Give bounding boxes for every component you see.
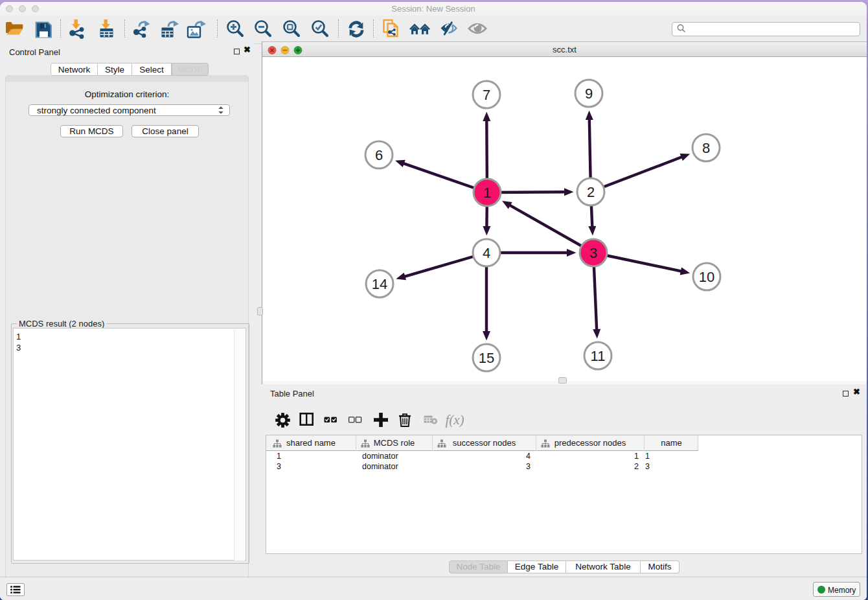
- svg-text:8: 8: [702, 140, 710, 156]
- svg-text:4: 4: [483, 245, 490, 261]
- svg-text:7: 7: [483, 87, 490, 103]
- svg-text:10: 10: [699, 269, 714, 285]
- svg-text:1: 1: [483, 185, 491, 201]
- svg-text:6: 6: [375, 147, 383, 163]
- svg-text:14: 14: [372, 276, 387, 292]
- svg-text:f(x): f(x): [445, 412, 464, 428]
- svg-text:9: 9: [585, 86, 593, 102]
- svg-text:2: 2: [587, 184, 595, 200]
- svg-text:11: 11: [591, 348, 606, 364]
- svg-text:3: 3: [589, 245, 597, 261]
- svg-text:15: 15: [479, 350, 494, 366]
